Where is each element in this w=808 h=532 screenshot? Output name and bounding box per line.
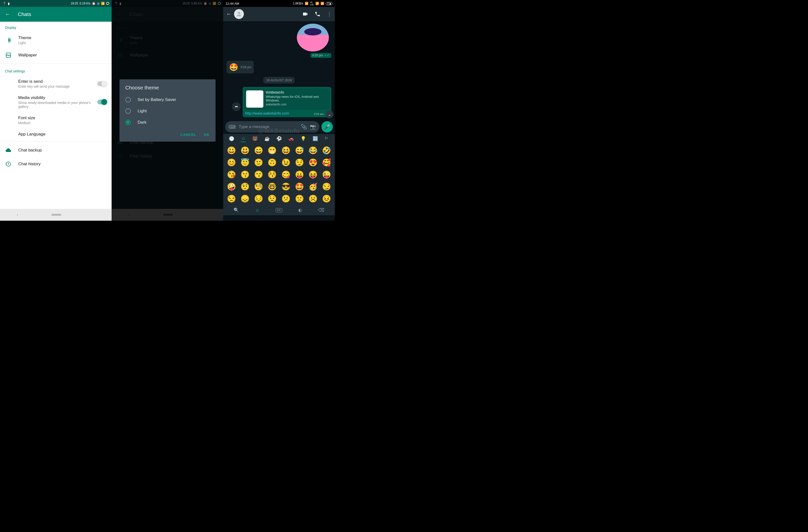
setting-chat-backup[interactable]: Chat backup [0,143,112,157]
emoji-item[interactable]: 🤓 [266,182,278,191]
setting-enter-send[interactable]: Enter is send Enter key will send your m… [0,76,112,92]
emoji-item[interactable]: 🤪 [226,182,237,191]
objects-tab-icon[interactable]: 💡 [300,136,306,142]
emoji-item[interactable]: 😆 [280,146,292,155]
emoji-item[interactable]: 🤨 [239,182,251,191]
sticker-mode-icon[interactable]: ◐ [298,207,302,213]
ok-button[interactable]: OK [204,132,209,137]
emoji-item[interactable]: 😉 [280,158,292,167]
emoji-item[interactable]: 😀 [226,146,237,155]
emoji-item[interactable]: 😣 [321,194,332,203]
emoji-item[interactable]: 😊 [226,158,237,167]
emoji-item[interactable]: 😇 [239,158,251,167]
status-bar: 12:44 AM 1.8KB/s 📶 VoLTE 📶 📶 21▮ [223,0,335,7]
search-icon[interactable]: 🔍 [234,207,239,213]
radio-icon[interactable] [125,97,131,103]
emoji-item[interactable]: 🥳 [307,182,319,191]
location-icon: 📍 [2,2,6,5]
smileys-tab-icon[interactable]: ☺ [241,136,245,142]
emoji-item[interactable]: 😂 [307,146,319,155]
theme-value: Light [18,41,107,45]
emoji-item[interactable]: 🙁 [294,194,305,203]
animals-tab-icon[interactable]: 🐻 [252,136,258,142]
dialog-overlay[interactable]: Choose theme Set by Battery Saver Light … [112,0,223,221]
emoji-item[interactable]: 😃 [239,146,251,155]
sticker-message[interactable] [297,24,329,52]
theme-icon [5,37,12,43]
emoji-item[interactable]: 😄 [253,146,264,155]
more-icon[interactable]: ⋮ [327,11,332,17]
emoji-item[interactable]: 🤣 [321,146,332,155]
emoji-item[interactable]: 😁 [266,146,278,155]
travel-tab-icon[interactable]: 🚗 [289,136,294,142]
setting-chat-history[interactable]: Chat history [0,157,112,171]
gif-mode-icon[interactable]: GIF [276,208,282,212]
backspace-icon[interactable]: ⌫ [318,207,324,213]
chat-body: 6:03 pm✓✓ 🤩 6:09 pm 16 AUGUST 2019 ➦ WAB… [223,21,335,120]
scroll-down-icon[interactable]: ⌄ [326,110,333,118]
emoji-item[interactable]: 😕 [280,194,292,203]
radio-light[interactable]: Light [120,105,216,117]
symbols-tab-icon[interactable]: 🔣 [313,136,318,142]
activity-tab-icon[interactable]: ⚽ [276,136,282,142]
emoji-item[interactable]: 😔 [253,194,264,203]
video-call-icon[interactable] [302,11,308,17]
signal-icon: 📶 [305,2,308,5]
emoji-item[interactable]: 😛 [294,170,305,179]
media-vis-toggle[interactable] [97,99,107,105]
back-icon[interactable]: ← [5,11,10,18]
emoji-item[interactable]: 😏 [321,182,332,191]
emoji-item[interactable]: ☹️ [307,194,319,203]
message-in[interactable]: 🤩 6:09 pm [227,61,254,73]
link-message[interactable]: ➦ WABetaInfo WhatsApp news for iOS, Andr… [243,87,331,117]
status-bar: 📍 ▮ 19:25 0.19 K/s ⏰ ◎ 📶 [0,0,112,7]
emoji-item[interactable]: 😅 [294,146,305,155]
signal-icon: 📶 [101,2,105,5]
emoji-item[interactable]: 😝 [307,170,319,179]
emoji-item[interactable]: 🙃 [266,158,278,167]
emoji-item[interactable]: 😎 [280,182,292,191]
emoji-item[interactable]: 😒 [226,194,237,203]
history-icon [5,161,12,167]
alarm-icon: ⏰ [92,2,96,5]
emoji-item[interactable]: 🤩 [294,182,305,191]
voice-call-icon[interactable] [315,11,320,17]
radio-dark[interactable]: Dark [120,117,216,128]
emoji-item[interactable]: 😘 [226,170,237,179]
attach-icon[interactable]: 📎 [301,124,307,130]
setting-theme[interactable]: Theme Light [0,32,112,48]
mic-button[interactable]: 🎤 [322,121,333,132]
emoji-item[interactable]: 😌 [294,158,305,167]
radio-battery-saver[interactable]: Set by Battery Saver [120,94,216,105]
emoji-mode-icon[interactable]: ☺ [255,208,259,213]
keyboard-icon[interactable]: ⌨ [228,124,236,130]
radio-icon-selected[interactable] [125,120,131,125]
emoji-item[interactable]: 😟 [266,194,278,203]
emoji-item[interactable]: 😜 [321,170,332,179]
setting-media-visibility[interactable]: Media visibility Show newly downloaded m… [0,92,112,112]
setting-font-size[interactable]: Font size Medium [0,112,112,128]
contact-avatar[interactable] [234,9,244,19]
nav-back-icon[interactable]: ‹ [17,213,18,217]
emoji-item[interactable]: 😋 [280,170,292,179]
forward-icon[interactable]: ➦ [232,102,241,111]
enter-send-toggle[interactable] [97,81,107,86]
emoji-item[interactable]: 😗 [239,170,251,179]
cancel-button[interactable]: CANCEL [180,132,197,137]
emoji-item[interactable]: 🥰 [321,158,332,167]
emoji-item[interactable]: 😙 [253,170,264,179]
emoji-item[interactable]: 😍 [307,158,319,167]
nav-home-icon[interactable] [52,214,61,216]
setting-wallpaper[interactable]: Wallpaper [0,48,112,62]
flags-tab-icon[interactable]: 🏳 [325,136,329,142]
emoji-item[interactable]: 🧐 [253,182,264,191]
back-icon[interactable]: ← [226,11,232,17]
recent-tab-icon[interactable]: 🕐 [229,136,234,142]
food-tab-icon[interactable]: ☕ [264,136,270,142]
radio-icon[interactable] [125,108,131,114]
emoji-item[interactable]: 😞 [239,194,251,203]
setting-app-language[interactable]: App Language [0,128,112,140]
emoji-item[interactable]: 😚 [266,170,278,179]
emoji-item[interactable]: 🙂 [253,158,264,167]
camera-icon[interactable]: 📷 [310,124,316,130]
